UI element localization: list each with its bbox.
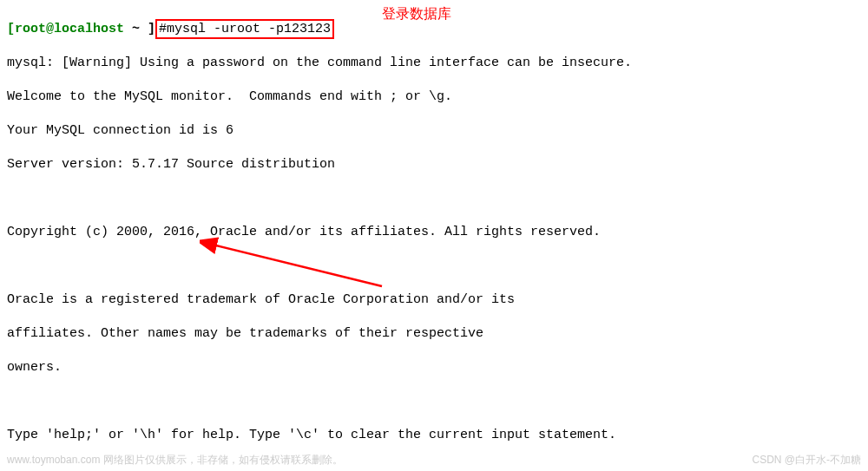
output-help: Type 'help;' or '\h' for help. Type '\c'… [7,427,861,444]
prompt-user-host: [root@localhost [7,22,132,36]
terminal-output[interactable]: [root@localhost ~ ]#mysql -uroot -p12312… [7,3,861,471]
prompt-hash: # [159,22,167,36]
command-highlight-box: #mysql -uroot -p123123 [155,19,334,40]
login-command: mysql -uroot -p123123 [167,22,331,36]
output-copyright: Copyright (c) 2000, 2016, Oracle and/or … [7,224,861,241]
watermark-left: www.toymoban.com 网络图片仅供展示，非存储，如有侵权请联系删除。 [7,454,343,468]
output-connection: Your MySQL connection id is 6 [7,122,861,140]
output-trademark1: Oracle is a registered trademark of Orac… [7,291,861,309]
output-welcome: Welcome to the MySQL monitor. Commands e… [7,88,861,106]
prompt-path: ~ ] [132,22,155,36]
watermark-right: CSDN @白开水-不加糖 [752,454,861,468]
output-trademark3: owners. [7,359,861,376]
output-warning: mysql: [Warning] Using a password on the… [7,55,861,72]
output-version: Server version: 5.7.17 Source distributi… [7,156,861,173]
output-trademark2: affiliates. Other names may be trademark… [7,325,861,343]
annotation-login-db: 登录数据库 [382,5,451,23]
